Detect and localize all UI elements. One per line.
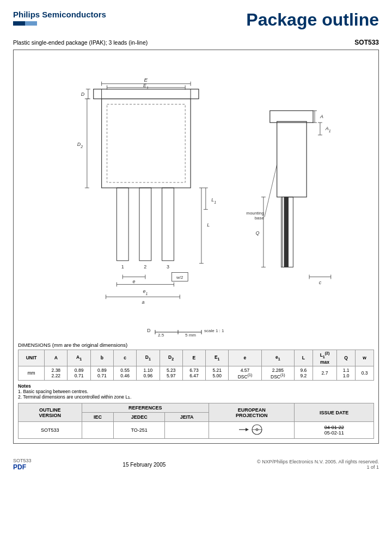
footer-center: 15 February 2005: [122, 462, 166, 468]
diagram-box: 1 2 3 E E1 D: [13, 50, 379, 444]
col-unit: UNIT: [19, 350, 45, 366]
svg-text:A: A: [320, 114, 323, 119]
svg-text:A1: A1: [325, 126, 331, 133]
val-c: 0.550.46: [113, 366, 136, 381]
ref-jeita-val: [165, 422, 209, 439]
footer-left: SOT533 PDF: [13, 458, 32, 471]
col-q: Q: [337, 350, 356, 366]
svg-text:5 mm: 5 mm: [185, 333, 196, 338]
ref-jedec-val: TO-251: [114, 422, 165, 439]
ref-row: SOT533 TO-251: [19, 422, 374, 439]
col-d2: D2: [160, 350, 182, 366]
note-1: 1. Basic spacing between centres.: [18, 389, 374, 394]
ref-col-iec: IEC: [82, 413, 114, 422]
svg-text:D: D: [81, 91, 85, 97]
footer: SOT533 PDF 15 February 2005 © NXP/Philip…: [0, 454, 392, 473]
footer-pdf: PDF: [13, 463, 32, 471]
unit-mm: mm: [19, 366, 45, 381]
svg-rect-6: [139, 188, 151, 261]
svg-text:E: E: [144, 77, 148, 83]
ref-issue-date-val: 04-01-22 05-02-11: [295, 422, 374, 439]
col-a: A: [45, 350, 68, 366]
svg-rect-3: [102, 99, 191, 188]
col-e1-small: e1: [261, 350, 294, 366]
col-a1: A1: [68, 350, 90, 366]
package-name: Plastic single-ended package (IPAK); 3 l…: [13, 39, 148, 46]
val-a: 2.382.22: [45, 366, 68, 381]
svg-text:2: 2: [144, 264, 146, 270]
svg-rect-49: [277, 121, 307, 197]
svg-text:3: 3: [167, 264, 169, 270]
svg-text:c: c: [319, 280, 322, 285]
svg-text:L1: L1: [211, 197, 216, 204]
color-bar: [13, 21, 37, 26]
notes-title: Notes: [18, 383, 374, 389]
val-e-small: 4.57DSC(1): [229, 366, 261, 381]
footer-code: SOT533: [13, 458, 32, 463]
col-e: E: [182, 350, 205, 366]
technical-diagram: 1 2 3 E E1 D: [18, 56, 374, 322]
svg-text:mounting: mounting: [246, 211, 264, 216]
val-e1: 5.215.00: [206, 366, 229, 381]
company-name: Philips Semiconductors: [13, 10, 106, 19]
ref-iec-val: [82, 422, 114, 439]
svg-text:1: 1: [121, 264, 124, 270]
page-title: Package outline: [246, 10, 379, 30]
svg-rect-0: [94, 89, 199, 99]
ref-col-jeita: JEITA: [165, 413, 209, 422]
col-e1: E1: [206, 350, 229, 366]
package-description: Plastic single-ended package (IPAK); 3 l…: [13, 39, 379, 46]
svg-rect-50: [270, 111, 313, 123]
val-e1-small: 2.285DSC(1): [261, 366, 294, 381]
eu-projection-symbol: [238, 424, 265, 436]
bar-blue-dark: [13, 21, 25, 26]
val-w: 0.3: [356, 366, 374, 381]
svg-text:L: L: [207, 222, 210, 228]
val-q: 1.11.0: [337, 366, 356, 381]
col-b: b: [90, 350, 113, 366]
footer-page: 1 of 1: [257, 464, 379, 470]
ref-col-refs: REFERENCES: [82, 403, 209, 413]
col-l: L: [294, 350, 313, 366]
main-content: Plastic single-ended package (IPAK); 3 l…: [0, 33, 392, 449]
svg-marker-83: [246, 428, 249, 431]
header-left: Philips Semiconductors: [13, 10, 106, 26]
dimensions-title: DIMENSIONS (mm are the original dimensio…: [18, 342, 374, 348]
notes-section: Notes 1. Basic spacing between centres. …: [18, 383, 374, 400]
scale-bar: D 2.5 5 mm scale 1 : 1: [18, 326, 374, 339]
svg-rect-7: [162, 188, 174, 261]
note-2: 2. Terminal dimensions are uncontrolled …: [18, 394, 374, 400]
svg-text:e: e: [133, 279, 136, 284]
package-code: SOT533: [354, 39, 379, 46]
ref-col-jedec: JEDEC: [114, 413, 165, 422]
svg-text:w/2: w/2: [176, 275, 183, 280]
references-table: OUTLINEVERSION REFERENCES EUROPEANPROJEC…: [18, 403, 374, 439]
svg-rect-5: [117, 188, 128, 261]
val-d2: 5.235.97: [160, 366, 182, 381]
dimensions-section: DIMENSIONS (mm are the original dimensio…: [18, 342, 374, 381]
ref-outline-val: SOT533: [19, 422, 82, 439]
col-w: w: [356, 350, 374, 366]
issue-date-old: 04-01-22: [324, 425, 344, 430]
val-l1: 2.7: [313, 366, 337, 381]
footer-right: © NXP/Philips Electronics N.V. 2005. All…: [257, 459, 379, 470]
svg-text:a: a: [142, 299, 144, 305]
svg-text:Q: Q: [255, 230, 259, 236]
val-a1: 0.890.71: [68, 366, 90, 381]
col-c: c: [113, 350, 136, 366]
footer-copyright: © NXP/Philips Electronics N.V. 2005. All…: [257, 459, 379, 464]
col-e-small: e: [229, 350, 261, 366]
ref-col-outline: OUTLINEVERSION: [19, 403, 82, 422]
ref-eu-proj-val: [209, 422, 295, 439]
svg-text:D: D: [147, 328, 151, 333]
svg-text:2.5: 2.5: [158, 333, 164, 338]
val-d1: 1.100.96: [137, 366, 160, 381]
svg-rect-4: [107, 104, 186, 182]
val-e: 6.736.47: [182, 366, 205, 381]
svg-text:base: base: [255, 216, 265, 221]
svg-text:D2: D2: [77, 142, 83, 149]
issue-date-new: 05-02-11: [324, 430, 344, 436]
val-b: 0.890.71: [90, 366, 113, 381]
header-right: Package outline: [246, 10, 379, 30]
col-d1: D1: [137, 350, 160, 366]
